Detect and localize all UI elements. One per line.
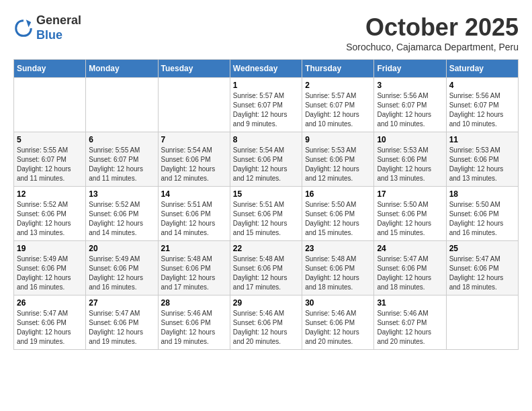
day-info: Sunrise: 5:46 AM Sunset: 6:06 PM Dayligh…	[161, 309, 227, 347]
day-info: Sunrise: 5:57 AM Sunset: 6:07 PM Dayligh…	[233, 91, 299, 129]
day-info: Sunrise: 5:55 AM Sunset: 6:07 PM Dayligh…	[89, 146, 154, 183]
weekday-header: Wednesday	[230, 60, 302, 78]
day-info: Sunrise: 5:56 AM Sunset: 6:07 PM Dayligh…	[449, 91, 515, 129]
calendar-cell: 4Sunrise: 5:56 AM Sunset: 6:07 PM Daylig…	[446, 78, 518, 132]
calendar-week-row: 26Sunrise: 5:47 AM Sunset: 6:06 PM Dayli…	[14, 295, 519, 350]
calendar-cell: 23Sunrise: 5:48 AM Sunset: 6:06 PM Dayli…	[302, 241, 374, 295]
page-header: General Blue October 2025 Sorochuco, Caj…	[13, 13, 519, 52]
day-number: 8	[233, 135, 299, 144]
calendar-cell: 2Sunrise: 5:57 AM Sunset: 6:07 PM Daylig…	[302, 78, 374, 132]
day-info: Sunrise: 5:49 AM Sunset: 6:06 PM Dayligh…	[17, 255, 83, 292]
calendar-cell: 10Sunrise: 5:53 AM Sunset: 6:06 PM Dayli…	[374, 132, 446, 187]
day-info: Sunrise: 5:48 AM Sunset: 6:06 PM Dayligh…	[305, 255, 371, 292]
calendar-cell: 22Sunrise: 5:48 AM Sunset: 6:06 PM Dayli…	[230, 241, 302, 295]
month-title: October 2025	[346, 13, 519, 42]
weekday-header: Tuesday	[158, 60, 230, 78]
day-number: 26	[17, 298, 83, 308]
day-number: 27	[89, 298, 154, 308]
day-info: Sunrise: 5:56 AM Sunset: 6:07 PM Dayligh…	[377, 91, 443, 129]
calendar-cell: 29Sunrise: 5:46 AM Sunset: 6:06 PM Dayli…	[230, 295, 302, 350]
day-info: Sunrise: 5:47 AM Sunset: 6:06 PM Dayligh…	[89, 309, 154, 347]
day-info: Sunrise: 5:53 AM Sunset: 6:06 PM Dayligh…	[305, 146, 371, 183]
day-number: 28	[161, 298, 227, 308]
calendar-cell	[446, 295, 518, 350]
day-number: 17	[377, 189, 443, 199]
calendar-cell: 6Sunrise: 5:55 AM Sunset: 6:07 PM Daylig…	[86, 132, 158, 187]
calendar-cell: 30Sunrise: 5:46 AM Sunset: 6:06 PM Dayli…	[302, 295, 374, 350]
calendar-week-row: 5Sunrise: 5:55 AM Sunset: 6:07 PM Daylig…	[14, 132, 519, 187]
calendar-cell: 15Sunrise: 5:51 AM Sunset: 6:06 PM Dayli…	[230, 187, 302, 241]
calendar-cell: 18Sunrise: 5:50 AM Sunset: 6:06 PM Dayli…	[446, 187, 518, 241]
day-info: Sunrise: 5:48 AM Sunset: 6:06 PM Dayligh…	[233, 255, 299, 292]
day-info: Sunrise: 5:53 AM Sunset: 6:06 PM Dayligh…	[377, 146, 443, 183]
day-info: Sunrise: 5:47 AM Sunset: 6:06 PM Dayligh…	[377, 255, 443, 292]
calendar-cell: 17Sunrise: 5:50 AM Sunset: 6:06 PM Dayli…	[374, 187, 446, 241]
logo-icon	[13, 18, 34, 38]
weekday-header: Friday	[374, 60, 446, 78]
calendar-cell: 12Sunrise: 5:52 AM Sunset: 6:06 PM Dayli…	[14, 187, 86, 241]
day-info: Sunrise: 5:50 AM Sunset: 6:06 PM Dayligh…	[377, 200, 443, 238]
day-number: 7	[161, 135, 227, 144]
location-subtitle: Sorochuco, Cajamarca Department, Peru	[346, 42, 519, 52]
calendar-cell: 7Sunrise: 5:54 AM Sunset: 6:06 PM Daylig…	[158, 132, 230, 187]
day-number: 30	[305, 298, 371, 308]
day-number: 2	[305, 81, 371, 90]
day-number: 23	[305, 244, 371, 253]
weekday-header: Monday	[86, 60, 158, 78]
day-number: 20	[89, 244, 154, 253]
calendar-cell: 26Sunrise: 5:47 AM Sunset: 6:06 PM Dayli…	[14, 295, 86, 350]
weekday-header: Thursday	[302, 60, 374, 78]
calendar-cell: 14Sunrise: 5:51 AM Sunset: 6:06 PM Dayli…	[158, 187, 230, 241]
day-info: Sunrise: 5:51 AM Sunset: 6:06 PM Dayligh…	[233, 200, 299, 238]
day-number: 31	[377, 298, 443, 308]
calendar-cell: 8Sunrise: 5:54 AM Sunset: 6:06 PM Daylig…	[230, 132, 302, 187]
calendar-week-row: 19Sunrise: 5:49 AM Sunset: 6:06 PM Dayli…	[14, 241, 519, 295]
day-info: Sunrise: 5:46 AM Sunset: 6:06 PM Dayligh…	[233, 309, 299, 347]
day-info: Sunrise: 5:48 AM Sunset: 6:06 PM Dayligh…	[161, 255, 227, 292]
weekday-header: Sunday	[14, 60, 86, 78]
calendar-cell: 9Sunrise: 5:53 AM Sunset: 6:06 PM Daylig…	[302, 132, 374, 187]
day-info: Sunrise: 5:54 AM Sunset: 6:06 PM Dayligh…	[233, 146, 299, 183]
day-info: Sunrise: 5:52 AM Sunset: 6:06 PM Dayligh…	[17, 200, 83, 238]
day-info: Sunrise: 5:52 AM Sunset: 6:06 PM Dayligh…	[89, 200, 154, 238]
calendar-week-row: 12Sunrise: 5:52 AM Sunset: 6:06 PM Dayli…	[14, 187, 519, 241]
day-number: 22	[233, 244, 299, 253]
day-number: 29	[233, 298, 299, 308]
calendar-cell: 19Sunrise: 5:49 AM Sunset: 6:06 PM Dayli…	[14, 241, 86, 295]
calendar-cell: 11Sunrise: 5:53 AM Sunset: 6:06 PM Dayli…	[446, 132, 518, 187]
calendar-cell: 16Sunrise: 5:50 AM Sunset: 6:06 PM Dayli…	[302, 187, 374, 241]
day-number: 10	[377, 135, 443, 144]
calendar-cell: 25Sunrise: 5:47 AM Sunset: 6:06 PM Dayli…	[446, 241, 518, 295]
day-number: 18	[449, 189, 515, 199]
day-info: Sunrise: 5:55 AM Sunset: 6:07 PM Dayligh…	[17, 146, 83, 183]
calendar-cell: 21Sunrise: 5:48 AM Sunset: 6:06 PM Dayli…	[158, 241, 230, 295]
day-number: 13	[89, 189, 154, 199]
calendar-cell: 27Sunrise: 5:47 AM Sunset: 6:06 PM Dayli…	[86, 295, 158, 350]
day-number: 16	[305, 189, 371, 199]
logo: General Blue	[13, 13, 81, 42]
day-info: Sunrise: 5:54 AM Sunset: 6:06 PM Dayligh…	[161, 146, 227, 183]
day-info: Sunrise: 5:46 AM Sunset: 6:06 PM Dayligh…	[305, 309, 371, 347]
calendar-cell: 31Sunrise: 5:46 AM Sunset: 6:07 PM Dayli…	[374, 295, 446, 350]
day-number: 11	[449, 135, 515, 144]
day-number: 15	[233, 189, 299, 199]
calendar-table: SundayMondayTuesdayWednesdayThursdayFrid…	[13, 59, 519, 350]
day-number: 6	[89, 135, 154, 144]
day-info: Sunrise: 5:49 AM Sunset: 6:06 PM Dayligh…	[89, 255, 154, 292]
day-info: Sunrise: 5:46 AM Sunset: 6:07 PM Dayligh…	[377, 309, 443, 347]
day-info: Sunrise: 5:57 AM Sunset: 6:07 PM Dayligh…	[305, 91, 371, 129]
calendar-header-row: SundayMondayTuesdayWednesdayThursdayFrid…	[14, 60, 519, 78]
logo-general-text: General	[36, 13, 81, 27]
day-number: 5	[17, 135, 83, 144]
calendar-cell: 28Sunrise: 5:46 AM Sunset: 6:06 PM Dayli…	[158, 295, 230, 350]
calendar-cell	[158, 78, 230, 132]
day-number: 1	[233, 81, 299, 90]
day-info: Sunrise: 5:47 AM Sunset: 6:06 PM Dayligh…	[449, 255, 515, 292]
title-section: October 2025 Sorochuco, Cajamarca Depart…	[346, 13, 519, 52]
day-info: Sunrise: 5:53 AM Sunset: 6:06 PM Dayligh…	[449, 146, 515, 183]
calendar-cell: 20Sunrise: 5:49 AM Sunset: 6:06 PM Dayli…	[86, 241, 158, 295]
day-info: Sunrise: 5:50 AM Sunset: 6:06 PM Dayligh…	[449, 200, 515, 238]
day-number: 9	[305, 135, 371, 144]
day-number: 19	[17, 244, 83, 253]
calendar-week-row: 1Sunrise: 5:57 AM Sunset: 6:07 PM Daylig…	[14, 78, 519, 132]
